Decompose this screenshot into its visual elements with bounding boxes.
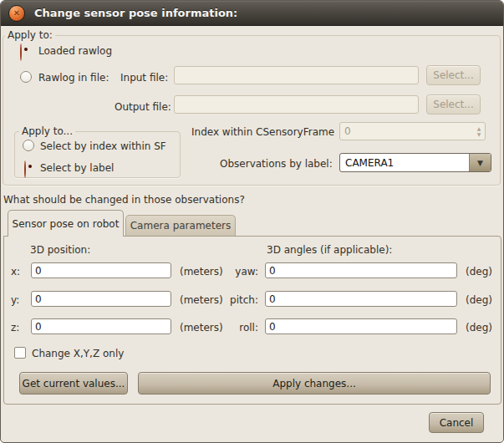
output-file-select-label: Select... bbox=[433, 99, 473, 110]
select-by-index-radio[interactable] bbox=[23, 140, 34, 151]
apply-changes-button[interactable]: Apply changes... bbox=[138, 372, 491, 395]
angle-label-pitch: pitch: bbox=[230, 294, 258, 306]
position-label-z: z: bbox=[11, 322, 19, 334]
angle-label-yaw: yaw: bbox=[235, 266, 258, 278]
spinner-arrows: ▲ ▼ bbox=[473, 126, 485, 137]
position-input-z[interactable] bbox=[31, 318, 171, 334]
observations-label: Observations by label: bbox=[220, 158, 333, 170]
meters-unit-z: (meters) bbox=[180, 322, 223, 334]
spin-up-icon: ▲ bbox=[477, 126, 481, 131]
tab-sensor-pose-label: Sensor pose on robot bbox=[13, 218, 120, 230]
tab-camera-parameters-label: Camera parameters bbox=[130, 220, 232, 232]
titlebar[interactable]: ✕ Change sensor pose information: bbox=[1, 1, 504, 26]
meters-unit-y: (meters) bbox=[180, 294, 223, 306]
input-file-select-button: Select... bbox=[426, 65, 481, 85]
get-current-values-label: Get current values... bbox=[23, 378, 125, 390]
question-label: What should be changed in those observat… bbox=[3, 194, 245, 206]
tab-camera-parameters[interactable]: Camera parameters bbox=[125, 215, 236, 236]
get-current-values-button[interactable]: Get current values... bbox=[19, 372, 128, 395]
cancel-label: Cancel bbox=[440, 417, 474, 429]
output-file-label: Output file: bbox=[115, 101, 171, 113]
inner-apply-to-legend: Apply to... bbox=[19, 125, 75, 137]
input-file-label: Input file: bbox=[120, 72, 168, 84]
angle-label-roll: roll: bbox=[239, 322, 258, 334]
select-by-label-label: Select by label bbox=[40, 162, 114, 174]
observations-combobox-value: CAMERA1 bbox=[340, 154, 469, 171]
rawlog-in-file-radio[interactable] bbox=[20, 71, 32, 83]
change-xyz-checkbox[interactable] bbox=[14, 347, 26, 359]
chevron-down-icon: ▼ bbox=[477, 159, 483, 167]
output-file-select-button: Select... bbox=[426, 94, 481, 115]
spin-down-icon: ▼ bbox=[477, 132, 481, 137]
angles-header: 3D angles (if applicable): bbox=[267, 244, 392, 256]
change-xyz-label: Change X,Y,Z only bbox=[32, 348, 124, 359]
deg-unit-yaw: (deg) bbox=[466, 266, 492, 278]
dialog-window: ✕ Change sensor pose information: Apply … bbox=[0, 0, 504, 443]
cancel-button[interactable]: Cancel bbox=[429, 412, 484, 433]
index-spinner: 0 ▲ ▼ bbox=[339, 122, 486, 140]
position-input-y[interactable] bbox=[31, 291, 171, 307]
input-file-field bbox=[174, 66, 419, 84]
select-by-index-label: Select by index within SF bbox=[40, 140, 166, 152]
index-spinner-value: 0 bbox=[340, 125, 473, 137]
apply-changes-label: Apply changes... bbox=[272, 378, 356, 390]
position-label-x: x: bbox=[11, 266, 20, 278]
close-button[interactable]: ✕ bbox=[8, 5, 25, 22]
select-by-label-radio[interactable] bbox=[24, 160, 26, 178]
angle-input-yaw[interactable] bbox=[265, 262, 457, 278]
observations-combobox[interactable]: CAMERA1 ▼ bbox=[339, 153, 491, 172]
deg-unit-pitch: (deg) bbox=[466, 294, 492, 306]
meters-unit-x: (meters) bbox=[180, 266, 223, 278]
deg-unit-roll: (deg) bbox=[466, 322, 492, 334]
loaded-rawlog-radio[interactable] bbox=[20, 43, 22, 61]
window-title: Change sensor pose information: bbox=[34, 7, 237, 19]
close-icon: ✕ bbox=[13, 9, 20, 18]
angle-input-roll[interactable] bbox=[265, 318, 457, 334]
input-file-select-label: Select... bbox=[433, 69, 473, 81]
angle-input-pitch[interactable] bbox=[265, 291, 457, 307]
output-file-field bbox=[174, 95, 419, 114]
index-within-label: Index within CSensoryFrame bbox=[191, 126, 334, 138]
position-label-y: y: bbox=[11, 294, 19, 306]
rawlog-in-file-label: Rawlog in file: bbox=[38, 72, 109, 84]
combobox-dropdown-button[interactable]: ▼ bbox=[469, 154, 491, 171]
apply-to-legend: Apply to: bbox=[5, 29, 55, 41]
position-input-x[interactable] bbox=[31, 262, 171, 278]
loaded-rawlog-label: Loaded rawlog bbox=[38, 45, 112, 57]
position-header: 3D position: bbox=[30, 244, 90, 256]
tab-sensor-pose[interactable]: Sensor pose on robot bbox=[8, 210, 124, 237]
